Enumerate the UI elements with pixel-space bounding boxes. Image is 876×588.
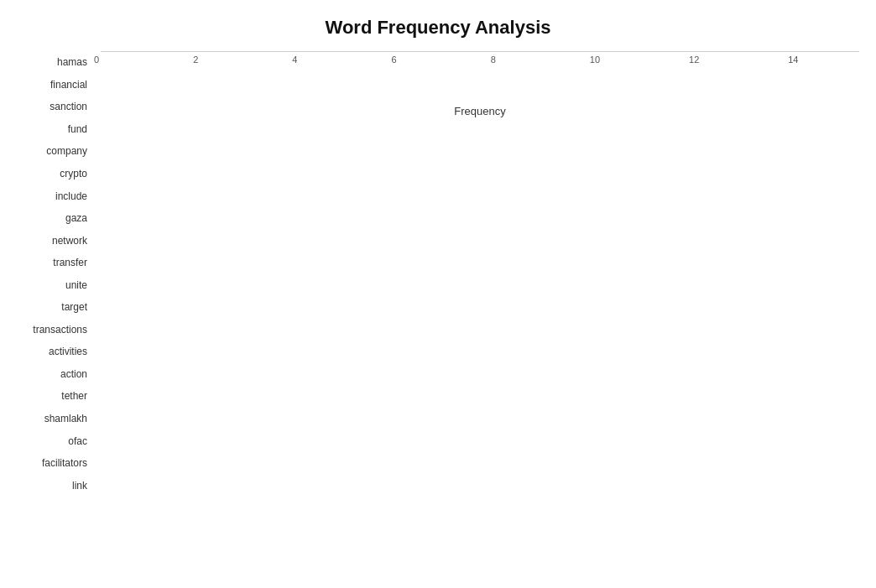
x-axis-tick-label: 0 — [94, 55, 99, 65]
chart-container: Word Frequency Analysis hamasfinancialsa… — [0, 0, 876, 588]
y-axis-label: shamlakh — [44, 408, 94, 430]
x-axis-tick-label: 4 — [292, 55, 297, 65]
x-axis-tick-label: 2 — [193, 55, 198, 65]
y-axis-label: crypto — [60, 163, 94, 185]
x-axis-tick-label: 12 — [689, 55, 699, 65]
x-axis-tick-label: 10 — [590, 55, 600, 65]
y-axis-label: financial — [50, 74, 94, 96]
x-axis: 02468101214 — [101, 55, 859, 75]
y-axis-label: fund — [68, 118, 94, 141]
plot-area — [101, 51, 859, 52]
y-axis-label: activities — [49, 341, 94, 363]
x-axis-tick-label: 6 — [392, 55, 397, 65]
y-axis-label: target — [61, 296, 94, 319]
y-axis-label: gaza — [65, 207, 94, 230]
y-axis-label: transfer — [53, 252, 94, 274]
y-axis-label: hamas — [57, 51, 94, 74]
y-axis-label: ofac — [68, 429, 94, 452]
x-axis-tick-label: 14 — [788, 55, 798, 65]
chart-title: Word Frequency Analysis — [17, 17, 859, 39]
y-axis: hamasfinancialsanctionfundcompanycryptoi… — [17, 51, 101, 497]
y-axis-label: link — [72, 474, 94, 497]
y-axis-label: action — [60, 363, 94, 386]
y-axis-label: transactions — [33, 319, 94, 341]
x-axis-title: Frequency — [101, 105, 859, 117]
y-axis-label: network — [52, 229, 94, 252]
y-axis-label: tether — [61, 385, 94, 408]
x-axis-tick-label: 8 — [491, 55, 496, 65]
y-axis-label: unite — [65, 273, 94, 296]
y-axis-label: facilitators — [42, 452, 94, 475]
y-axis-label: sanction — [50, 96, 94, 118]
y-axis-label: company — [46, 140, 94, 163]
y-axis-label: include — [55, 185, 94, 207]
